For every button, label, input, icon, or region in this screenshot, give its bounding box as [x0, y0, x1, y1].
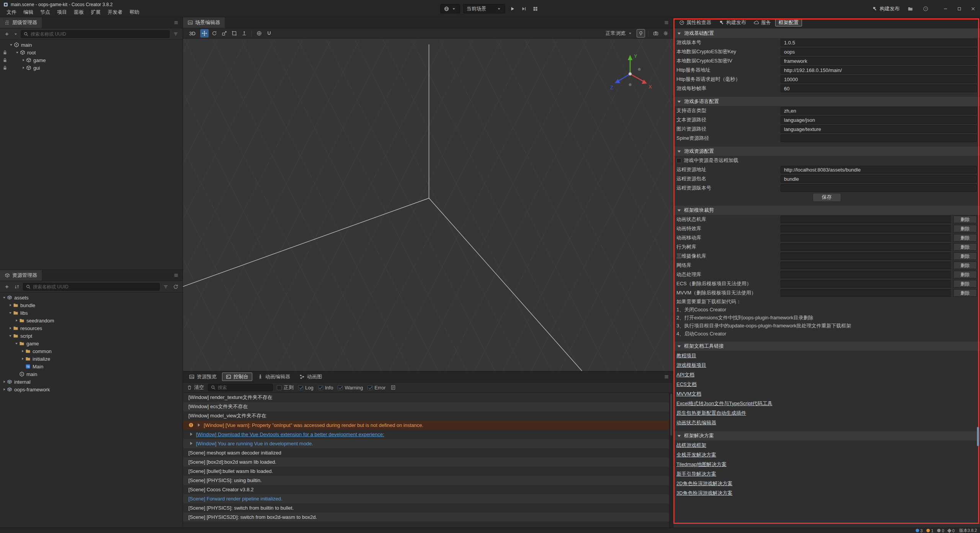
- console-filter-checkbox[interactable]: Error: [368, 385, 385, 391]
- minimize-button[interactable]: [939, 0, 952, 17]
- scene-tab[interactable]: 场景编辑器: [183, 17, 225, 28]
- console-filter-checkbox[interactable]: Log: [298, 385, 314, 391]
- console-row[interactable]: [Scene] [PHYSICS]: switch from builtin t…: [183, 503, 673, 512]
- console-row[interactable]: [Scene] [PHYSICS2D]: switch from box2d-w…: [183, 512, 673, 522]
- console-export-button[interactable]: [389, 384, 397, 391]
- console-filter-checkbox[interactable]: Warning: [338, 385, 363, 391]
- status-task-count[interactable]: 0: [948, 528, 954, 533]
- property-input[interactable]: http://localhost:8083/assets/bundle: [781, 166, 977, 173]
- pivot-tool-button[interactable]: [240, 29, 248, 38]
- tree-item[interactable]: assets: [0, 294, 183, 301]
- doc-link[interactable]: 2D角色扮演游戏解决方案: [676, 480, 733, 487]
- property-input[interactable]: 1.0.5: [781, 39, 977, 46]
- scale-tool-button[interactable]: [220, 29, 229, 38]
- property-input[interactable]: framework: [781, 57, 977, 65]
- status-count[interactable]: 0: [937, 528, 944, 533]
- create-node-button[interactable]: [3, 30, 11, 38]
- row-gutter[interactable]: [2, 65, 8, 70]
- console-row[interactable]: [Scene] [bullet]:bullet wasm lib loaded.: [183, 466, 673, 476]
- property-input[interactable]: http://192.168.0.150/main/: [781, 66, 977, 74]
- console-row[interactable]: [Scene] [box2d]:box2d wasm lib loaded.: [183, 457, 673, 466]
- scene-light-toggle[interactable]: [637, 29, 645, 38]
- preview-target-button[interactable]: [441, 4, 460, 13]
- assets-search-field[interactable]: [33, 284, 157, 289]
- tree-item[interactable]: bundle: [0, 301, 183, 309]
- menu-item-1[interactable]: 编辑: [20, 9, 37, 16]
- property-input[interactable]: zh,en: [781, 107, 977, 114]
- doc-link[interactable]: 原生包热更新配置自动生成插件: [676, 410, 746, 417]
- tree-item[interactable]: main: [0, 370, 183, 378]
- delete-module-button[interactable]: 删除: [953, 252, 977, 260]
- doc-link[interactable]: 全栈开发解决方案: [676, 451, 716, 458]
- console-search-field[interactable]: [218, 385, 270, 390]
- console-row[interactable]: [Window] [Vue warn]: Property "onInput" …: [183, 420, 673, 430]
- property-input[interactable]: bundle: [781, 175, 977, 183]
- console-row[interactable]: [Scene] meshopt wasm decoder initialized: [183, 448, 673, 457]
- delete-module-button[interactable]: 删除: [953, 280, 977, 288]
- play-button[interactable]: [508, 5, 517, 13]
- snap-button[interactable]: [265, 29, 273, 38]
- tree-item[interactable]: internal: [0, 378, 183, 386]
- maximize-button[interactable]: [952, 0, 966, 17]
- remote-load-checkbox[interactable]: [676, 158, 681, 163]
- section-header[interactable]: 游戏多语言配置: [673, 97, 980, 106]
- assets-search-input[interactable]: [23, 283, 160, 291]
- tree-item[interactable]: TSMain: [0, 363, 183, 370]
- tree-item[interactable]: root: [0, 49, 183, 56]
- scene-settings-button[interactable]: [662, 29, 670, 38]
- view-mode-select[interactable]: 正常浏览: [603, 30, 635, 37]
- property-input[interactable]: language/texture: [781, 125, 977, 133]
- doc-link[interactable]: ECS文档: [676, 381, 697, 388]
- tree-item[interactable]: resources: [0, 324, 183, 332]
- scene-menu-button[interactable]: [660, 20, 673, 25]
- doc-link[interactable]: Tiledmap地图解决方案: [676, 461, 727, 468]
- console-search-input[interactable]: [208, 384, 273, 391]
- tree-item[interactable]: oops-framework: [0, 386, 183, 393]
- console-tab[interactable]: 动画编辑器: [254, 373, 294, 381]
- assets-sort-button[interactable]: [13, 283, 21, 291]
- doc-link[interactable]: Excel格式转Json文件与TypeScript代码工具: [676, 400, 773, 407]
- menu-item-7[interactable]: 帮助: [126, 9, 143, 16]
- console-clear-button[interactable]: 清空: [187, 384, 204, 391]
- assets-menu-button[interactable]: [170, 273, 183, 278]
- doc-link[interactable]: 新手引导解决方案: [676, 471, 716, 477]
- doc-link[interactable]: 动画状态机编辑器: [676, 419, 716, 426]
- property-input[interactable]: language/json: [781, 116, 977, 124]
- layout-button[interactable]: [531, 5, 540, 13]
- console-filter-checkbox[interactable]: Info: [318, 385, 333, 391]
- assets-refresh-button[interactable]: [172, 283, 180, 291]
- section-header[interactable]: 框架解决方案: [673, 431, 980, 440]
- console-row[interactable]: [Scene] [PHYSICS]: using builtin.: [183, 476, 673, 485]
- section-header[interactable]: 游戏资源配置: [673, 147, 980, 156]
- delete-module-button[interactable]: 删除: [953, 234, 977, 242]
- menu-item-4[interactable]: 面板: [70, 9, 87, 16]
- hierarchy-search-input[interactable]: [21, 30, 170, 38]
- create-asset-button[interactable]: [3, 283, 11, 291]
- tree-item[interactable]: common: [0, 347, 183, 355]
- inspector-tab[interactable]: 构建发布: [715, 18, 750, 26]
- save-button[interactable]: 保存: [813, 193, 841, 202]
- rect-tool-button[interactable]: [230, 29, 238, 38]
- console-row[interactable]: [Window] Download the Vue Devtools exten…: [183, 430, 673, 439]
- scene-camera-button[interactable]: [652, 29, 660, 38]
- doc-link[interactable]: 3D角色扮演游戏解决方案: [676, 490, 733, 497]
- hierarchy-filter-button[interactable]: [172, 30, 180, 38]
- tree-item[interactable]: main: [0, 41, 183, 49]
- menu-item-2[interactable]: 节点: [37, 9, 54, 16]
- delete-module-button[interactable]: 删除: [953, 271, 977, 278]
- scene-select[interactable]: 当前场景: [463, 4, 505, 13]
- chevron-down-icon[interactable]: [13, 31, 18, 37]
- status-count[interactable]: 1: [926, 528, 933, 533]
- doc-link[interactable]: MVVM文档: [676, 391, 701, 397]
- property-input[interactable]: [781, 134, 977, 142]
- status-count[interactable]: 3: [916, 528, 923, 533]
- tree-item[interactable]: libs: [0, 309, 183, 317]
- tree-item[interactable]: game: [0, 340, 183, 347]
- close-button[interactable]: [966, 0, 980, 17]
- tree-item[interactable]: seedrandom: [0, 317, 183, 324]
- tree-item[interactable]: initialize: [0, 355, 183, 363]
- console-tab[interactable]: 动画图: [296, 373, 326, 381]
- console-tab[interactable]: 资源预览: [185, 373, 220, 381]
- console-row[interactable]: [Window] render_texture文件夹不存在: [183, 393, 673, 402]
- assets-tab[interactable]: 资源管理器: [0, 270, 42, 281]
